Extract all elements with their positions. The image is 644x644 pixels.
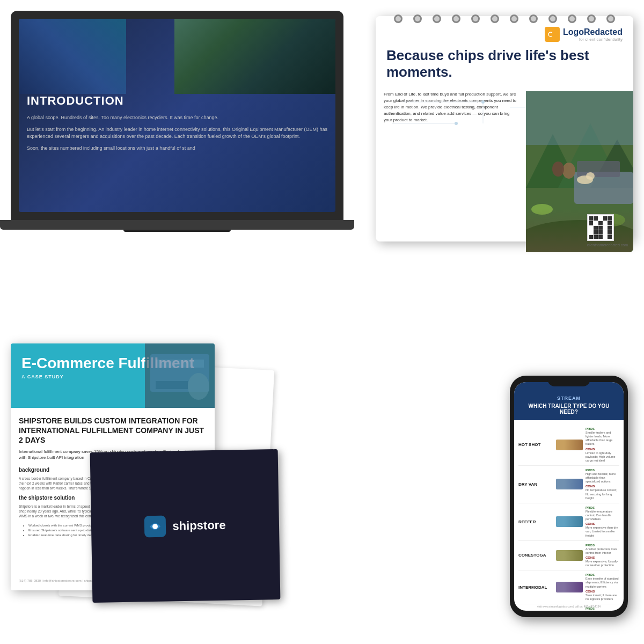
spiral-ring-10: [568, 14, 576, 23]
phone-brand: STREAM: [519, 396, 618, 401]
trailer-conestoga-info: PROS Another protection; Can control fro…: [586, 544, 619, 568]
notebook-footer: clientnameredacted.com: [587, 214, 628, 247]
laptop-screen: INTRODUCTION A global scope. Hundreds of…: [19, 19, 335, 212]
trailer-reefer-icon: [556, 516, 583, 527]
svg-rect-29: [156, 360, 204, 368]
reefer-pros-label: PROS: [586, 506, 619, 509]
screen-top-image: [174, 19, 335, 94]
shipstore-big-icon-svg: [147, 518, 164, 535]
spiral-ring-6: [491, 14, 499, 23]
footer-email: info@shipstorestware.com: [43, 579, 82, 582]
qr-cell-6: [589, 221, 594, 225]
spiral-ring-9: [548, 14, 557, 23]
qr-cell-5: [608, 216, 612, 221]
hotshot-cons-label: CONS: [586, 448, 619, 451]
phone-content: HOT SHOT PROS Smaller trailers and light…: [514, 420, 624, 611]
phone-notch: [547, 376, 590, 386]
laptop-paragraph1: A global scope. Hundreds of sites. Too m…: [27, 114, 327, 122]
intermodal-pros-label: PROS: [586, 573, 619, 576]
middle-logo-text: shipstore: [172, 518, 225, 533]
hotshot-pros-label: PROS: [586, 427, 619, 430]
qr-cell-25: [608, 235, 612, 239]
notebook-logo: LogoRedacted for client confidentiality: [386, 27, 623, 42]
conestoga-pros-label: PROS: [586, 544, 619, 547]
qr-cell-14: [603, 226, 608, 230]
phone-screen-header: STREAM WHICH TRAILER TYPE DO YOU NEED?: [514, 382, 624, 420]
qr-cell-17: [594, 230, 598, 235]
trailer-intermodal-icon: [556, 582, 583, 592]
laptop-base: [0, 220, 354, 230]
phone-screen-title: WHICH TRAILER TYPE DO YOU NEED?: [519, 403, 618, 415]
phone-screen: STREAM WHICH TRAILER TYPE DO YOU NEED? H…: [514, 382, 624, 611]
intermodal-pros-text: Easy transfer of standard shipments; Eff…: [586, 577, 619, 588]
qr-cell-24: [603, 235, 608, 239]
trailer-row-reefer: REEFER PROS Flexible temperature control…: [518, 503, 619, 541]
spiral-ring-3: [433, 14, 441, 23]
phone-footer: visit www.streamlogistics.com | call us:…: [514, 605, 624, 608]
qr-cell-16: [589, 230, 594, 235]
qr-cell-19: [603, 230, 608, 235]
paper-front-header: E-Commerce Fulfillment A CASE STUDY: [11, 343, 215, 408]
trailer-intermodal-name: INTERMODAL: [518, 585, 556, 590]
spiral-ring-1: [394, 14, 402, 23]
trailer-hotshot-icon: [556, 440, 583, 450]
spiral-ring-7: [510, 14, 518, 23]
trailer-dryvan-icon: [556, 479, 583, 489]
qr-cell-22: [594, 235, 598, 239]
intermodal-cons-text: Slow transit; If there are no logistics …: [586, 594, 619, 601]
qr-cell-8: [598, 221, 603, 225]
svg-rect-31: [156, 381, 188, 389]
qr-cell-10: [608, 221, 612, 225]
logo-main-text: LogoRedacted: [563, 27, 623, 37]
qr-cell-15: [608, 226, 612, 230]
qr-cell-4: [603, 216, 608, 221]
reefer-cons-label: CONS: [586, 522, 619, 525]
trailer-row-hotshot: HOT SHOT PROS Smaller trailers and light…: [518, 425, 619, 466]
footer-phone: (514) 785-0830: [19, 579, 41, 582]
phone: STREAM WHICH TRAILER TYPE DO YOU NEED? H…: [510, 376, 628, 617]
laptop-paragraph3: Soon, the sites numbered including small…: [27, 145, 327, 152]
svg-point-32: [188, 373, 209, 400]
qr-cell-18: [598, 230, 603, 235]
qr-code: [587, 214, 614, 241]
conestoga-cons-text: More expensive; Usually no weather prote…: [586, 560, 619, 567]
paper-middle: shipstore: [90, 449, 281, 603]
logo-icon: [545, 27, 560, 42]
qr-cell-21: [589, 235, 594, 239]
spiral-ring-11: [587, 14, 596, 23]
qr-cell-13: [598, 226, 603, 230]
qr-cell-11: [589, 226, 594, 230]
notebook-header: LogoRedacted for client confidentiality …: [376, 16, 633, 91]
svg-rect-15: [577, 161, 620, 177]
qr-cell-23: [598, 235, 603, 239]
reefer-cons-text: More expensive than dry van; Limited to …: [586, 526, 619, 537]
trailer-reefer-name: REEFER: [518, 519, 556, 524]
notebook-right: clientnameredacted.com: [526, 91, 633, 252]
spiral-ring-5: [471, 14, 480, 23]
qr-cell-12: [594, 226, 598, 230]
papers-stack: the solution continued the results With …: [11, 343, 290, 612]
notebook-left: From End of Life, to last time buys and …: [376, 91, 526, 252]
qr-cell-2: [594, 216, 598, 221]
hotshot-cons-text: Limited to light-duty payloads; High vol…: [586, 451, 619, 463]
notebook-headline: Because chips drive life's best moments.: [386, 47, 623, 80]
laptop-paragraph2: But let's start from the beginning. An i…: [27, 126, 327, 141]
spiral-ring-4: [452, 14, 460, 23]
logo-sub-text: for client confidentiality: [563, 37, 623, 42]
paper-front-img: [145, 343, 215, 408]
laptop-body: INTRODUCTION A global scope. Hundreds of…: [11, 11, 343, 220]
trailer-dryvan-info: PROS High and flexible; More affordable …: [586, 469, 619, 500]
trailer-hotshot-name: HOT SHOT: [518, 442, 556, 447]
intermodal-cons-label: CONS: [586, 590, 619, 593]
qr-cell-7: [594, 221, 598, 225]
qr-cell-1: [589, 216, 594, 221]
middle-logo-icon: [144, 516, 166, 538]
trailer-row-dryvan: DRY VAN PROS High and flexible; More aff…: [518, 466, 619, 503]
svg-point-0: [548, 32, 553, 36]
trailer-conestoga-icon: [556, 550, 583, 561]
trailer-hotshot-info: PROS Smaller trailers and lighter loads;…: [586, 427, 619, 463]
notebook: LogoRedacted for client confidentiality …: [376, 16, 633, 241]
dryvan-pros-text: High and flexible; More affordable than …: [586, 472, 619, 484]
trailer-intermodal-info: PROS Easy transfer of standard shipments…: [586, 573, 619, 601]
dryvan-cons-text: No temperature control; No securing for …: [586, 488, 619, 500]
